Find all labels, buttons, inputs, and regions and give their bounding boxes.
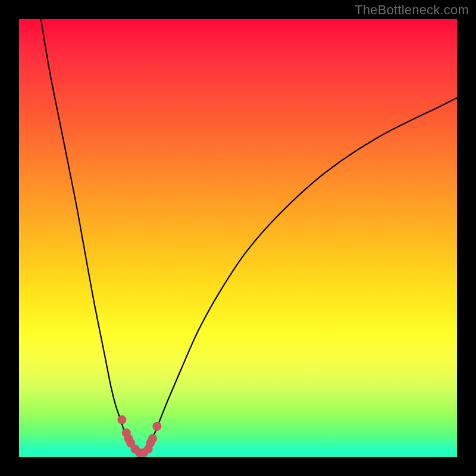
watermark-text: TheBottleneck.com [355,2,469,18]
outer-frame: TheBottleneck.com [0,0,476,476]
valley-marker [117,415,126,424]
chart-svg [19,19,457,457]
plot-area [19,19,457,457]
valley-marker [152,422,161,431]
curve-right-curve [146,98,457,450]
curve-left-curve [41,19,133,450]
valley-marker [148,434,157,443]
marker-layer [117,415,161,457]
curve-layer [41,19,457,455]
